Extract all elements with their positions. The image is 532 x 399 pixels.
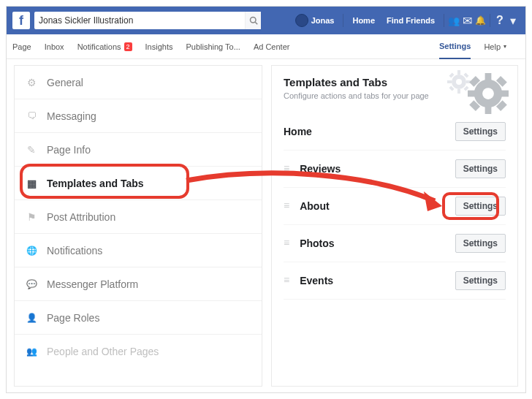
sidebar-item-label: Messenger Platform xyxy=(47,278,138,290)
svg-rect-17 xyxy=(500,91,509,97)
divider xyxy=(343,14,343,27)
svg-point-3 xyxy=(456,79,462,85)
sidebar-item-label: People and Other Pages xyxy=(47,346,159,357)
tab-row-about[interactable]: ≡ About Settings xyxy=(284,188,506,225)
messages-icon[interactable] xyxy=(460,14,474,27)
gear-icon xyxy=(25,76,38,89)
svg-point-0 xyxy=(250,18,256,23)
sidebar-item-label: Page Roles xyxy=(47,312,99,324)
tab-row-reviews[interactable]: ≡ Reviews Settings xyxy=(284,151,506,188)
gear-large-icon xyxy=(468,73,509,114)
flag-icon xyxy=(25,210,38,224)
tab-row-events[interactable]: ≡ Events Settings xyxy=(284,262,506,300)
notifications-badge: 2 xyxy=(124,42,132,51)
sidebar-item-label: Page Info xyxy=(47,144,91,156)
user-name: Jonas xyxy=(311,16,335,25)
page-tabs: Page Inbox Notifications 2 Insights Publ… xyxy=(7,34,525,59)
tab-ad-center[interactable]: Ad Center xyxy=(254,42,290,51)
search-input[interactable]: Jonas Sickler Illustration xyxy=(34,12,261,29)
sidebar-item-label: Messaging xyxy=(47,110,96,122)
tab-settings[interactable]: Settings xyxy=(439,34,471,59)
facebook-logo-icon[interactable]: f xyxy=(12,12,30,29)
messenger-icon xyxy=(25,278,38,291)
settings-sidebar: General Messaging Page Info Templates an… xyxy=(14,65,262,387)
svg-rect-5 xyxy=(457,89,460,94)
avatar-icon xyxy=(295,14,308,27)
people-icon xyxy=(25,345,38,358)
tab-notifications[interactable]: Notifications 2 xyxy=(77,42,132,51)
drag-handle-icon[interactable]: ≡ xyxy=(284,277,289,284)
svg-rect-6 xyxy=(447,80,452,83)
tab-row-photos[interactable]: ≡ Photos Settings xyxy=(284,225,506,262)
drag-handle-icon[interactable]: ≡ xyxy=(284,240,289,247)
sidebar-item-messaging[interactable]: Messaging xyxy=(15,99,262,133)
tab-page[interactable]: Page xyxy=(12,42,31,51)
svg-line-1 xyxy=(255,22,257,24)
sidebar-item-label: General xyxy=(47,77,83,88)
divider xyxy=(444,14,444,27)
help-icon[interactable] xyxy=(493,14,506,27)
divider xyxy=(490,14,490,27)
tab-label: Home xyxy=(284,126,312,137)
settings-button-home[interactable]: Settings xyxy=(455,122,506,141)
profile-link[interactable]: Jonas xyxy=(295,14,335,27)
drag-handle-icon[interactable]: ≡ xyxy=(284,202,289,210)
tab-notifications-label: Notifications xyxy=(77,42,121,51)
tab-label: Photos xyxy=(300,238,334,249)
person-icon xyxy=(25,311,38,324)
sidebar-item-messenger-platform[interactable]: Messenger Platform xyxy=(15,267,262,301)
settings-button-photos[interactable]: Settings xyxy=(455,234,506,253)
sidebar-item-people-pages[interactable]: People and Other Pages xyxy=(15,335,262,368)
sidebar-item-label: Templates and Tabs xyxy=(47,178,144,189)
settings-button-reviews[interactable]: Settings xyxy=(455,159,506,178)
tab-row-home: Home Settings xyxy=(284,113,506,151)
tab-help[interactable]: Help ▾ xyxy=(484,42,506,51)
tab-label: Reviews xyxy=(300,163,341,175)
account-menu-icon[interactable] xyxy=(506,14,520,27)
tab-publishing[interactable]: Publishing To... xyxy=(186,42,240,51)
svg-rect-15 xyxy=(485,105,492,114)
tab-label: About xyxy=(300,200,329,212)
content: General Messaging Page Info Templates an… xyxy=(7,59,525,392)
svg-rect-16 xyxy=(468,91,476,97)
settings-button-about[interactable]: Settings xyxy=(455,197,506,216)
svg-rect-4 xyxy=(457,70,460,75)
sidebar-item-label: Post Attribution xyxy=(47,211,115,223)
search-value: Jonas Sickler Illustration xyxy=(39,15,245,26)
search-icon[interactable] xyxy=(245,12,261,29)
pencil-icon xyxy=(25,143,38,156)
sidebar-item-page-info[interactable]: Page Info xyxy=(15,133,262,167)
sidebar-item-page-roles[interactable]: Page Roles xyxy=(15,301,262,335)
tab-insights[interactable]: Insights xyxy=(145,42,173,51)
notifications-icon[interactable] xyxy=(474,14,487,27)
messaging-icon xyxy=(25,110,38,123)
globe-icon xyxy=(25,244,38,257)
sidebar-item-general[interactable]: General xyxy=(15,66,262,99)
tab-help-label: Help xyxy=(484,42,501,51)
drag-handle-icon[interactable]: ≡ xyxy=(284,165,289,172)
sidebar-item-templates-tabs[interactable]: Templates and Tabs xyxy=(15,167,262,200)
sidebar-item-post-attribution[interactable]: Post Attribution xyxy=(15,200,262,234)
grid-icon xyxy=(25,177,38,190)
home-link[interactable]: Home xyxy=(352,16,375,25)
sidebar-item-label: Notifications xyxy=(47,245,102,256)
tab-label: Events xyxy=(300,275,333,286)
svg-rect-14 xyxy=(485,73,492,82)
tab-inbox[interactable]: Inbox xyxy=(45,42,64,51)
topbar: f Jonas Sickler Illustration Jonas Home … xyxy=(7,7,525,34)
templates-tabs-panel: Templates and Tabs Configure actions and… xyxy=(271,65,518,387)
friend-requests-icon[interactable] xyxy=(447,14,460,27)
settings-button-events[interactable]: Settings xyxy=(455,271,506,290)
svg-point-13 xyxy=(482,88,494,99)
find-friends-link[interactable]: Find Friends xyxy=(387,16,435,25)
sidebar-item-notifications[interactable]: Notifications xyxy=(15,234,262,267)
